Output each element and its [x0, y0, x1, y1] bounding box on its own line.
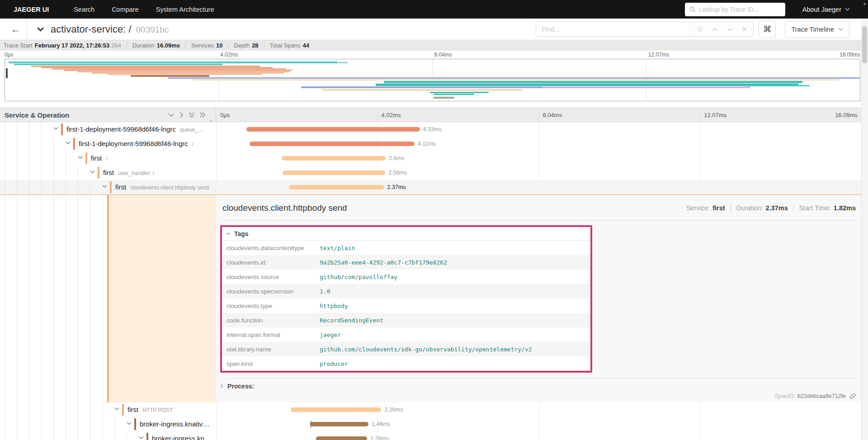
trace-view-selector[interactable]: Trace Timeline — [785, 21, 849, 38]
span-row[interactable]: broker-ingress.knativ…1.46ms — [0, 417, 861, 431]
span-bar[interactable] — [282, 156, 386, 161]
collapse-one-double-chevron-down-icon[interactable] — [189, 112, 195, 118]
service-name[interactable]: firstuser_handler: / — [103, 169, 154, 176]
meta-service-label: Service: — [686, 204, 710, 212]
find-input[interactable] — [536, 22, 690, 37]
indent-guide — [66, 180, 66, 194]
trace-lookup-box[interactable] — [685, 3, 785, 16]
span-bar[interactable] — [250, 142, 415, 146]
span-row[interactable]: firstcloudevents.client.httpbody send2.3… — [0, 180, 861, 194]
span-row[interactable]: firstHTTP POST2.26ms — [0, 402, 861, 417]
trace-view-selector-label: Trace Timeline — [791, 26, 834, 33]
tag-row: span.kindproducer — [222, 356, 590, 371]
indent-guide — [66, 417, 66, 431]
scrollbar-track[interactable] — [861, 19, 868, 440]
indent-guide — [29, 166, 29, 180]
chevron-down-icon[interactable] — [53, 127, 58, 130]
scrollbar[interactable]: ▲ — [861, 0, 868, 440]
tag-row: otel.library.namegithub.com/cloudevents/… — [222, 342, 590, 356]
service-color-stripe — [73, 138, 75, 150]
nav-item-search[interactable]: Search — [65, 6, 103, 13]
process-header-label: Process: — [227, 383, 254, 390]
trace-lookup-input[interactable] — [699, 6, 781, 13]
tag-row: cloudevents.id9a2b25a0-eee4-4292-a0c7-c7… — [222, 255, 590, 270]
service-name[interactable]: broker-ingress.knativ… — [140, 420, 209, 428]
indent-guide — [53, 431, 54, 440]
nav-item-compare[interactable]: Compare — [103, 6, 147, 13]
indent-guide — [17, 180, 17, 194]
back-arrow-icon[interactable]: ← — [11, 24, 26, 35]
span-bar[interactable] — [316, 436, 368, 440]
indent-guide — [66, 166, 66, 180]
prev-match-chevron-up-icon[interactable] — [712, 28, 718, 31]
span-bar[interactable] — [246, 127, 420, 132]
operation-name: queue_… — [180, 127, 203, 133]
command-icon: ⌘ — [763, 24, 772, 34]
timeline-tick-label: 8.04ms — [543, 112, 562, 118]
trace-header-bar: ← activator-service: /00391bc — [0, 19, 861, 40]
chevron-down-icon[interactable] — [90, 170, 95, 174]
collapse-all-chevron-down-icon[interactable] — [168, 113, 175, 117]
expand-one-double-chevron-right-icon[interactable] — [200, 112, 206, 118]
scrollbar-thumb[interactable] — [862, 26, 867, 63]
span-bar[interactable] — [310, 422, 368, 426]
chevron-down-icon[interactable] — [66, 141, 71, 145]
timeline-tick-label: 16.09ms — [835, 112, 858, 118]
span-duration-label: 4.33ms — [423, 126, 442, 132]
span-bar[interactable] — [289, 185, 384, 189]
app-brand[interactable]: JAEGER UI — [14, 6, 49, 13]
detail-indent-fill — [109, 195, 216, 402]
chevron-down-icon[interactable] — [78, 156, 83, 159]
span-row[interactable]: first/2.6ms — [0, 151, 861, 166]
tags-accordion-header[interactable]: Tags — [222, 227, 590, 241]
nav-item-system-architecture[interactable]: System Architecture — [147, 6, 223, 13]
service-name[interactable]: broker-ingress.kn… — [152, 435, 211, 440]
indent-guide — [78, 166, 78, 180]
service-name[interactable]: firstHTTP POST — [127, 406, 173, 413]
chevron-down-icon[interactable] — [102, 185, 107, 188]
clear-find-close-icon[interactable] — [742, 27, 747, 32]
service-name[interactable]: first/ — [91, 154, 108, 162]
chevron-down-icon[interactable] — [114, 407, 119, 411]
service-name[interactable]: first-1-deployment-59968d6f46-lngrc/ — [79, 140, 193, 147]
detail-indent-guides — [0, 195, 108, 402]
meta-duration-label: Duration: — [736, 204, 763, 212]
span-row[interactable]: broker-ingress.kn…1.28ms — [0, 431, 861, 440]
service-name[interactable]: firstcloudevents.client.httpbody send — [115, 183, 209, 191]
link-icon[interactable] — [849, 393, 856, 399]
tags-table: cloudevents.datacontenttypetext/plainclo… — [222, 241, 590, 371]
trace-info-bar: Trace StartFebruary 17 2022, 17:26:53.35… — [0, 40, 861, 51]
divider — [185, 43, 186, 48]
tag-key: cloudevents.source — [222, 274, 320, 280]
span-row[interactable]: firstuser_handler: /2.56ms — [0, 166, 861, 180]
meta-duration-value: 2.37ms — [766, 204, 788, 212]
span-bar[interactable] — [291, 407, 381, 412]
indent-guide — [90, 402, 90, 417]
indent-guide — [5, 180, 5, 194]
chevron-down-icon[interactable] — [127, 421, 132, 425]
indent-guide — [17, 137, 17, 151]
indent-guide — [5, 417, 5, 431]
process-accordion-header[interactable]: Process: — [220, 378, 856, 390]
trace-minimap[interactable] — [5, 59, 860, 101]
about-jaeger-menu[interactable]: About Jaeger — [802, 6, 850, 13]
expand-all-chevron-right-icon[interactable] — [179, 112, 184, 118]
trace-info-value: 10 — [216, 42, 222, 49]
span-row[interactable]: first-1-deployment-59968d6f46-lngrcqueue… — [0, 122, 861, 137]
indent-guide — [78, 417, 78, 431]
span-row[interactable]: first-1-deployment-59968d6f46-lngrc/4.11… — [0, 137, 861, 151]
span-duration-label: 1.46ms — [372, 421, 390, 427]
chevron-down-icon[interactable] — [139, 436, 144, 440]
span-row-timeline-cell: 4.11ms — [216, 137, 861, 151]
trace-title-chevron-down-icon[interactable] — [37, 27, 44, 32]
span-bar[interactable] — [283, 170, 385, 175]
next-match-chevron-down-icon[interactable] — [727, 28, 733, 31]
span-row-timeline-cell: 1.28ms — [216, 431, 861, 440]
indent-guide — [90, 180, 90, 194]
scroll-to-match-icon[interactable] — [697, 26, 703, 33]
scrollbar-up-arrow-icon[interactable]: ▲ — [863, 1, 867, 6]
tag-value: jaeger — [320, 331, 341, 338]
keyboard-shortcuts-button[interactable]: ⌘ — [759, 21, 776, 38]
service-name[interactable]: first-1-deployment-59968d6f46-lngrcqueue… — [66, 125, 203, 133]
indent-guide — [5, 166, 5, 180]
